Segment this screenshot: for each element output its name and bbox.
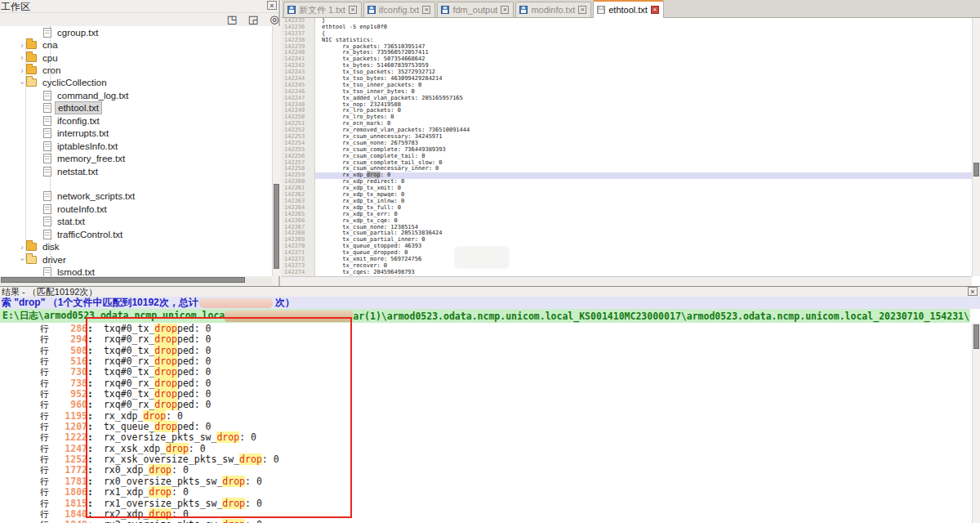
workspace-close-button[interactable]: × bbox=[267, 1, 277, 10]
tree-item-routeinfo-txt[interactable]: routeInfo.txt bbox=[0, 203, 272, 215]
tab-modinfo-txt[interactable]: modinfo.txt× bbox=[515, 2, 591, 17]
colon: : bbox=[87, 454, 93, 465]
chevron-down-icon[interactable]: › bbox=[18, 256, 27, 264]
match-row[interactable]: 行294:rxq#0_rx_dropped: 0 bbox=[0, 334, 970, 345]
match-row[interactable]: 行1849:rx2_oversize_pkts_sw_drop: 0 bbox=[0, 520, 970, 523]
match-row[interactable]: 行738:rxq#0_rx_dropped: 0 bbox=[0, 378, 970, 389]
scrollbar-thumb[interactable] bbox=[274, 184, 279, 269]
line-text: rx_xdp_redirect: 0 bbox=[315, 179, 972, 186]
tree-item-ifconfig-txt[interactable]: ifconfig.txt bbox=[0, 114, 272, 127]
folder-icon bbox=[26, 78, 37, 87]
match-text: rx_xdp_drop: 0 bbox=[104, 411, 183, 422]
file-icon bbox=[43, 191, 51, 201]
tree-item-label: interrupts.txt bbox=[55, 127, 111, 139]
colon: : bbox=[87, 509, 93, 520]
tree-item-iptablesinfo-txt[interactable]: iptablesInfo.txt bbox=[0, 140, 272, 152]
tab-ethtool-txt[interactable]: ethtool.txt× bbox=[593, 0, 664, 18]
scrollbar-thumb[interactable] bbox=[1, 277, 245, 283]
tree-item-cycliccollection[interactable]: ›cyclicCollection bbox=[0, 77, 272, 89]
tab-label: modinfo.txt bbox=[531, 5, 575, 15]
tree-item-memory-free-txt[interactable]: memory_free.txt bbox=[0, 152, 272, 164]
tab-ifconfig-txt[interactable]: ifconfig.txt× bbox=[363, 2, 436, 17]
tab-fdm-output[interactable]: fdm_output× bbox=[437, 2, 514, 17]
tab-close-icon[interactable]: × bbox=[651, 6, 659, 14]
match-row[interactable]: 行1840:rx2_xdp_drop: 0 bbox=[0, 509, 970, 520]
match-row[interactable]: 行1781:rx0_oversize_pkts_sw_drop: 0 bbox=[0, 476, 970, 487]
tree-item-label: ethtool.txt bbox=[55, 101, 102, 114]
tree-item-cron[interactable]: ›cron bbox=[0, 64, 272, 76]
match-line-number: 516 bbox=[53, 356, 87, 367]
match-text: txq#0_tx_dropped: 0 bbox=[104, 324, 212, 334]
tree-vertical-scrollbar[interactable] bbox=[272, 26, 280, 276]
code-area[interactable]: 142235}142236ethtool -S enp1s0f0142237{1… bbox=[282, 18, 972, 276]
match-row[interactable]: 行960:rxq#0_rx_dropped: 0 bbox=[0, 400, 970, 410]
match-row[interactable]: 行286:txq#0_tx_dropped: 0 bbox=[0, 324, 970, 334]
file-icon bbox=[43, 167, 51, 177]
match-row[interactable]: 行1252:rx_xsk_oversize_pkts_sw_drop: 0 bbox=[0, 454, 970, 465]
tree-item-netstat-txt[interactable]: netstat.txt bbox=[0, 165, 272, 177]
editor-vertical-scrollbar[interactable] bbox=[972, 18, 980, 276]
tree-item-cgroup-txt[interactable]: cgroup.txt bbox=[0, 26, 272, 38]
expand-window-icon[interactable]: ◳ bbox=[225, 13, 238, 25]
tree-item-label: driver bbox=[40, 254, 69, 266]
tree-item-lsmod-txt[interactable]: lsmod.txt bbox=[0, 266, 272, 276]
matched-file-path[interactable]: E:\日志\armod0523.odata.ncmp.unicom.loca a… bbox=[0, 309, 970, 323]
tree-item-command-log-txt[interactable]: command_log.txt bbox=[0, 89, 272, 101]
tree-item-ethtool-txt[interactable]: ethtool.txt bbox=[0, 102, 272, 114]
tab--1-txt[interactable]: 新文件 1.txt× bbox=[283, 2, 362, 17]
tree-item-driver[interactable]: ›driver bbox=[0, 253, 272, 266]
tab-close-icon[interactable]: × bbox=[422, 6, 430, 14]
match-row[interactable]: 行1222:rx_oversize_pkts_sw_drop: 0 bbox=[0, 432, 970, 443]
file-icon bbox=[43, 141, 51, 151]
match-row[interactable]: 行516:rxq#0_rx_dropped: 0 bbox=[0, 356, 970, 367]
match-highlight: drop bbox=[222, 476, 245, 487]
tab-close-icon[interactable]: × bbox=[501, 6, 509, 14]
match-row[interactable]: 行952:txq#0_tx_dropped: 0 bbox=[0, 389, 970, 400]
tree-item-cpu[interactable]: ›cpu bbox=[0, 51, 272, 64]
match-list[interactable]: 行286:txq#0_tx_dropped: 0行294:rxq#0_rx_dr… bbox=[0, 324, 970, 523]
match-highlight: drop bbox=[222, 498, 245, 509]
results-vertical-scrollbar[interactable] bbox=[972, 323, 980, 523]
tree-horizontal-scrollbar[interactable] bbox=[0, 276, 272, 284]
line-text: { bbox=[315, 31, 972, 38]
tree-item-label: netstat.txt bbox=[55, 166, 100, 177]
scrollbar-thumb[interactable] bbox=[973, 163, 979, 177]
chevron-right-icon[interactable]: › bbox=[18, 41, 26, 50]
match-row[interactable]: 行730:txq#0_tx_dropped: 0 bbox=[0, 367, 970, 378]
match-row[interactable]: 行1806:rx1_xdp_drop: 0 bbox=[0, 487, 970, 498]
chevron-right-icon[interactable]: › bbox=[18, 243, 26, 252]
tab-close-icon[interactable]: × bbox=[578, 6, 586, 14]
chevron-down-icon[interactable]: › bbox=[18, 78, 27, 87]
tree-item-trafficcontrol-txt[interactable]: trafficControl.txt bbox=[0, 228, 272, 240]
match-row[interactable]: 行1772:rx0_xdp_drop: 0 bbox=[0, 465, 970, 476]
scrollbar-thumb[interactable] bbox=[973, 324, 979, 349]
match-row[interactable]: 行1247:rx_xsk_xdp_drop: 0 bbox=[0, 444, 970, 454]
tree-item-interrupts-txt[interactable]: interrupts.txt bbox=[0, 127, 272, 140]
save-floppy-icon bbox=[287, 6, 296, 14]
row-label: 行 bbox=[40, 334, 53, 345]
match-line-number: 730 bbox=[53, 367, 87, 378]
results-close-button[interactable]: × bbox=[968, 287, 978, 296]
match-row[interactable]: 行508:txq#0_tx_dropped: 0 bbox=[0, 346, 970, 356]
line-text: rx_csum_unnecessary_inner: 0 bbox=[315, 166, 972, 172]
tab-label: ethtool.txt bbox=[608, 5, 648, 15]
tab-close-icon[interactable]: × bbox=[349, 6, 357, 14]
editor-horizontal-scrollbar[interactable] bbox=[282, 276, 972, 286]
match-line-number: 286 bbox=[53, 324, 87, 334]
match-row[interactable]: 行1207:tx_queue_dropped: 0 bbox=[0, 422, 970, 432]
tree-item-label: cna bbox=[40, 39, 60, 51]
tree-item-redacted[interactable] bbox=[0, 177, 272, 190]
file-tree[interactable]: cgroup.txt›cna›cpu›cron›cyclicCollection… bbox=[0, 26, 272, 276]
match-text: txq#0_tx_dropped: 0 bbox=[104, 367, 212, 378]
tree-item-stat-txt[interactable]: stat.txt bbox=[0, 216, 272, 228]
tree-item-disk[interactable]: ›disk bbox=[0, 240, 272, 253]
chevron-right-icon[interactable]: › bbox=[18, 53, 26, 62]
collapse-window-icon[interactable]: ◲ bbox=[247, 13, 260, 25]
folder-icon bbox=[26, 41, 37, 49]
match-row[interactable]: 行1195:rx_xdp_drop: 0 bbox=[0, 411, 970, 422]
tree-item-network-scripts-txt[interactable]: network_scripts.txt bbox=[0, 190, 272, 203]
chevron-right-icon[interactable]: › bbox=[18, 66, 26, 75]
tree-item-cna[interactable]: ›cna bbox=[0, 38, 272, 51]
match-row[interactable]: 行1815:rx1_oversize_pkts_sw_drop: 0 bbox=[0, 498, 970, 509]
locate-file-icon[interactable]: ◎ bbox=[268, 13, 281, 25]
